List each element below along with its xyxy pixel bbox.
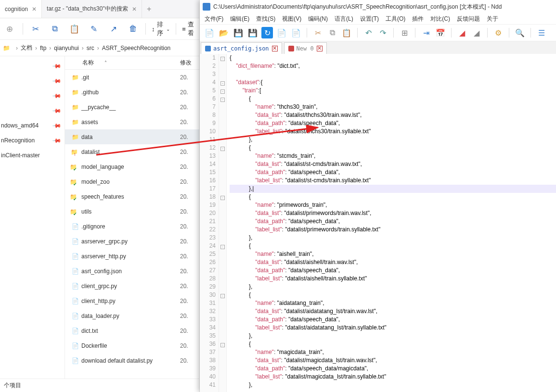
rename-icon[interactable]: ✎ xyxy=(87,20,101,38)
file-name: download default datalist.py xyxy=(81,357,180,364)
copy-icon[interactable]: ⧉ xyxy=(326,27,338,38)
grid-icon[interactable]: ⊞ xyxy=(399,27,410,38)
menu-find[interactable]: 查找(S) xyxy=(256,15,275,23)
eraser-icon[interactable]: ◢ xyxy=(456,27,468,38)
column-headers[interactable]: 名称˄ 修改 xyxy=(65,56,199,70)
file-row[interactable]: 📁✔model_language20. xyxy=(65,159,199,174)
file-row[interactable]: 📁!datalist20. xyxy=(65,144,199,159)
new-tab-button[interactable]: + xyxy=(142,5,156,13)
paste-icon[interactable]: 📋 xyxy=(67,20,81,38)
eraser2-icon[interactable]: ◢ xyxy=(471,27,482,38)
file-row[interactable]: 📁✔utils20. xyxy=(65,204,199,219)
close-icon[interactable]: ✕ xyxy=(272,46,278,51)
file-mod: 20. xyxy=(180,283,199,290)
menu-settings[interactable]: 设置(T) xyxy=(360,15,379,23)
settings-icon[interactable]: ⚙ xyxy=(492,27,504,38)
file-row[interactable]: 📄download default datalist.py20. xyxy=(65,353,199,368)
file-row[interactable]: 📁✔speech_features20. xyxy=(65,189,199,204)
fold-column[interactable]: - --- - - - - - xyxy=(219,54,227,392)
delete-icon[interactable]: 🗑 xyxy=(126,20,140,38)
undo-icon[interactable]: ↶ xyxy=(362,27,374,38)
crumb[interactable]: qianyuhui xyxy=(54,45,78,51)
sort-button[interactable]: ↕ 排序 ⌄ xyxy=(152,20,170,38)
view-label: 查看 xyxy=(188,20,196,38)
file-row[interactable]: 📄dict.txt20. xyxy=(65,323,199,338)
refresh-icon[interactable]: ↻ xyxy=(261,27,273,38)
menu-edit[interactable]: 编辑(E) xyxy=(230,15,249,23)
menu-tools[interactable]: 工具(O) xyxy=(386,15,405,23)
cut-icon[interactable]: ✂ xyxy=(28,20,42,38)
file-tab-config[interactable]: asrt_config.json ✕ xyxy=(201,42,282,54)
file-name: asrserver_grpc.py xyxy=(81,238,180,245)
new-folder-icon[interactable]: ⊕ xyxy=(3,20,17,38)
new-file-icon[interactable]: 📄 xyxy=(204,27,215,38)
close-all-icon[interactable]: 📄 xyxy=(290,27,302,38)
zoom-icon[interactable]: 🔍 xyxy=(514,27,526,38)
file-mod: 20. xyxy=(180,119,199,126)
file-row[interactable]: 📄asrserver_http.py20. xyxy=(65,249,199,264)
menu-plugins[interactable]: 插件 xyxy=(412,15,424,23)
crumb[interactable]: 文档 xyxy=(21,44,32,52)
view-button[interactable]: ≡ 查看 xyxy=(182,20,196,38)
quick-item[interactable]: 📌 xyxy=(0,88,65,103)
file-row[interactable]: 📁✔model_zoo20. xyxy=(65,174,199,189)
tab-cognition[interactable]: cognition ✕ xyxy=(0,0,42,18)
crumb[interactable]: src xyxy=(87,45,94,51)
file-name: model_zoo xyxy=(81,178,180,185)
menu-view[interactable]: 视图(V) xyxy=(282,15,301,23)
menu-feedback[interactable]: 反馈问题 xyxy=(457,15,480,23)
copy-icon[interactable]: ⧉ xyxy=(48,20,62,38)
file-row[interactable]: 📄.gitignore20. xyxy=(65,219,199,234)
quick-item[interactable]: 📌 xyxy=(0,58,65,73)
file-row[interactable]: 📁.git20. xyxy=(65,70,199,85)
paste-icon[interactable]: 📋 xyxy=(341,27,352,38)
save-all-icon[interactable]: 💾 xyxy=(247,27,259,38)
file-row[interactable]: 📁.github20. xyxy=(65,85,199,100)
file-icon: 📁 xyxy=(69,74,81,81)
file-row[interactable]: 📁assets20. xyxy=(65,114,199,129)
file-tab-label: asrt_config.json xyxy=(213,45,269,52)
breadcrumb[interactable]: 📁 › 文档› ftp› qianyuhui› src› ASRT_Speech… xyxy=(0,40,199,56)
open-icon[interactable]: 📂 xyxy=(218,27,230,38)
menu-encoding[interactable]: 编码(N) xyxy=(308,15,328,23)
close-icon[interactable]: ✕ xyxy=(32,6,37,13)
quick-item[interactable]: ndows_amd64📌 xyxy=(0,118,65,133)
share-icon[interactable]: ↗ xyxy=(106,20,120,38)
file-row[interactable]: 📁data20. xyxy=(65,129,199,144)
file-row[interactable]: 📄Dockerfile20. xyxy=(65,338,199,353)
menu-language[interactable]: 语言(L) xyxy=(335,15,353,23)
menu-about[interactable]: 关于 xyxy=(487,15,498,23)
list-icon[interactable]: ☰ xyxy=(536,27,547,38)
file-row[interactable]: 📄asrt_config.json20. xyxy=(65,264,199,278)
file-row[interactable]: 📁__pycache__20. xyxy=(65,100,199,114)
file-row[interactable]: 📄asrserver_grpc.py20. xyxy=(65,234,199,249)
indent-icon[interactable]: ⇥ xyxy=(420,27,432,38)
close-icon[interactable]: ✕ xyxy=(317,46,323,51)
file-icon: 📄 xyxy=(69,313,81,319)
save-icon[interactable]: 💾 xyxy=(233,27,244,38)
file-name: assets xyxy=(81,119,180,126)
quick-item[interactable]: 📌 xyxy=(0,73,65,88)
file-row[interactable]: 📄client_http.py20. xyxy=(65,293,199,308)
quick-item[interactable]: 📌 xyxy=(0,103,65,118)
redo-icon[interactable]: ↷ xyxy=(377,27,388,38)
menu-file[interactable]: 文件(F) xyxy=(205,15,223,23)
sort-label: 排序 xyxy=(157,20,165,38)
file-row[interactable]: 📄data_loader.py20. xyxy=(65,308,199,323)
crumb[interactable]: ftp xyxy=(40,45,46,51)
quick-item[interactable]: inClient-master xyxy=(0,148,65,163)
quick-item[interactable]: nRecognition📌 xyxy=(0,133,65,148)
tab-label: cognition xyxy=(5,6,28,13)
close-file-icon[interactable]: 📄 xyxy=(276,27,287,38)
file-tab-new[interactable]: New 0 ✕ xyxy=(284,42,327,54)
calendar-icon[interactable]: 📅 xyxy=(435,27,446,38)
file-row[interactable]: 📄client_grpc.py20. xyxy=(65,278,199,293)
tab-search[interactable]: tar.gz - "data_thchs30"中的搜索 ✕ xyxy=(42,0,142,18)
cut-icon[interactable]: ✂ xyxy=(312,27,323,38)
crumb[interactable]: ASRT_SpeechRecognition xyxy=(102,45,171,51)
menu-compare[interactable]: 对比(C) xyxy=(430,15,450,23)
disk-icon xyxy=(288,46,294,51)
close-icon[interactable]: ✕ xyxy=(132,6,137,13)
source-code[interactable]: { "dict_filename": "dict.txt", "dataset"… xyxy=(227,54,556,392)
file-name: data_loader.py xyxy=(81,313,180,319)
